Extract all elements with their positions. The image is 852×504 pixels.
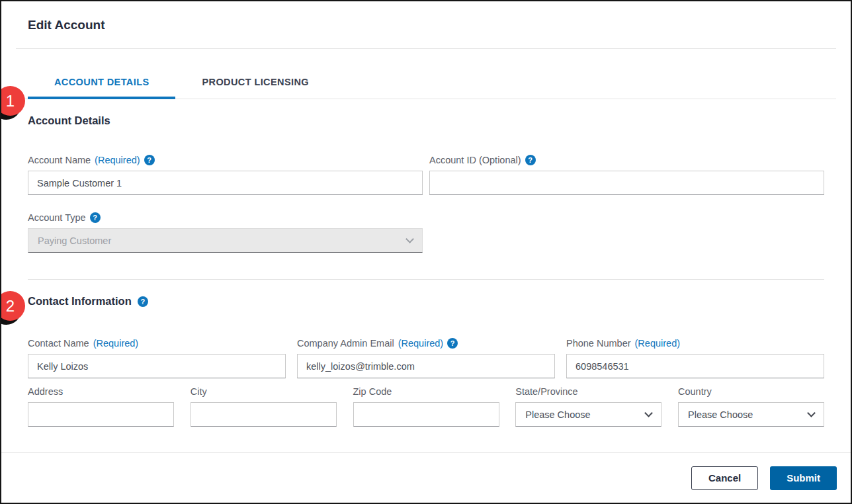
country-field-group: Country Please Choose — [678, 386, 824, 427]
account-id-label: Account ID (Optional) ? — [429, 155, 824, 165]
submit-button[interactable]: Submit — [770, 466, 837, 490]
address-field-group: Address — [28, 386, 174, 427]
header-divider — [16, 48, 836, 49]
contact-name-field-group: Contact Name (Required) — [28, 338, 286, 378]
country-label: Country — [678, 386, 824, 397]
company-admin-email-field-group: Company Admin Email (Required) ? — [297, 338, 555, 378]
account-name-input[interactable] — [28, 171, 423, 195]
phone-number-input[interactable] — [566, 354, 824, 378]
zip-code-input[interactable] — [353, 402, 499, 427]
account-type-label-text: Account Type — [28, 212, 86, 223]
country-selected-value: Please Choose — [688, 409, 753, 420]
company-admin-email-label-text: Company Admin Email — [297, 338, 394, 349]
help-icon[interactable]: ? — [447, 338, 458, 349]
chevron-down-icon — [644, 409, 653, 417]
contact-name-input[interactable] — [28, 354, 286, 378]
required-tag: (Required) — [398, 338, 444, 349]
zip-code-label: Zip Code — [353, 386, 499, 397]
dialog-header: Edit Account — [1, 1, 851, 32]
phone-number-label: Phone Number (Required) — [566, 338, 824, 349]
tab-account-details[interactable]: ACCOUNT DETAILS — [28, 65, 175, 99]
state-province-selected-value: Please Choose — [525, 409, 590, 420]
company-admin-email-input[interactable] — [297, 354, 555, 378]
account-type-field-group: Account Type ? Paying Customer — [28, 212, 423, 253]
chevron-down-icon — [405, 235, 414, 243]
account-type-selected-value: Paying Customer — [38, 235, 111, 246]
account-name-field-group: Account Name (Required) ? — [28, 155, 423, 195]
country-label-text: Country — [678, 386, 712, 397]
account-name-label-text: Account Name — [28, 155, 91, 165]
account-details-section: Account Details Account Name (Required) … — [1, 114, 851, 253]
chevron-down-icon — [807, 409, 816, 417]
phone-number-field-group: Phone Number (Required) — [566, 338, 824, 378]
section-divider — [28, 279, 824, 280]
cancel-button[interactable]: Cancel — [691, 466, 758, 490]
page-title: Edit Account — [28, 18, 824, 32]
contact-information-heading: Contact Information ? — [28, 295, 824, 308]
required-tag: (Required) — [95, 155, 140, 165]
contact-name-label: Contact Name (Required) — [28, 338, 286, 349]
required-tag: (Required) — [93, 338, 139, 349]
callout-badge-1: 1 — [0, 86, 25, 116]
phone-number-label-text: Phone Number — [566, 338, 631, 349]
account-type-select: Paying Customer — [28, 228, 423, 253]
help-icon[interactable]: ? — [144, 155, 155, 165]
account-type-label: Account Type ? — [28, 212, 423, 223]
help-icon[interactable]: ? — [138, 296, 148, 307]
required-tag: (Required) — [635, 338, 681, 349]
state-province-select[interactable]: Please Choose — [515, 402, 661, 427]
tab-product-licensing[interactable]: PRODUCT LICENSING — [175, 65, 335, 99]
country-select[interactable]: Please Choose — [678, 402, 824, 427]
address-input[interactable] — [28, 402, 174, 427]
state-province-label: State/Province — [515, 386, 661, 397]
tab-bar: ACCOUNT DETAILS PRODUCT LICENSING — [16, 65, 836, 99]
company-admin-email-label: Company Admin Email (Required) ? — [297, 338, 555, 349]
address-label-text: Address — [28, 386, 63, 397]
zip-code-label-text: Zip Code — [353, 386, 392, 397]
account-details-heading: Account Details — [28, 114, 824, 127]
help-icon[interactable]: ? — [525, 155, 536, 165]
contact-information-heading-text: Contact Information — [28, 295, 132, 308]
dialog-footer: Cancel Submit — [1, 452, 851, 503]
account-name-label: Account Name (Required) ? — [28, 155, 423, 165]
contact-information-section: Contact Information ? Contact Name (Requ… — [1, 295, 851, 427]
state-province-label-text: State/Province — [515, 386, 577, 397]
zip-code-field-group: Zip Code — [353, 386, 499, 427]
city-label: City — [191, 386, 337, 397]
city-input[interactable] — [191, 402, 337, 427]
state-province-field-group: State/Province Please Choose — [515, 386, 661, 427]
account-id-field-group: Account ID (Optional) ? — [429, 155, 824, 195]
contact-name-label-text: Contact Name — [28, 338, 89, 349]
city-label-text: City — [191, 386, 207, 397]
edit-account-dialog: 1 2 Edit Account ACCOUNT DETAILS PRODUCT… — [0, 0, 852, 504]
address-label: Address — [28, 386, 174, 397]
account-id-label-text: Account ID (Optional) — [429, 155, 521, 165]
account-id-input[interactable] — [429, 171, 824, 195]
city-field-group: City — [191, 386, 337, 427]
help-icon[interactable]: ? — [90, 212, 101, 223]
